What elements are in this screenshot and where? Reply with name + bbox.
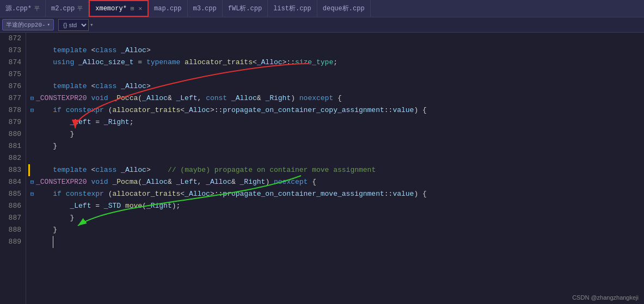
line-num-874: 874: [4, 57, 21, 69]
tab-m2-suffix: 平: [77, 5, 83, 13]
tab-xmemory[interactable]: xmemory* ⊞ ✕: [89, 0, 149, 17]
code-line-889: [28, 236, 644, 248]
scope-select-arrow: ▾: [90, 21, 94, 28]
code-line-888: }: [28, 224, 644, 236]
scope-button-label: 半途的cpp20-: [6, 21, 46, 29]
code-line-882: [28, 152, 644, 164]
watermark: CSDN @zhangzhangkeji: [572, 294, 639, 301]
line-num-888: 888: [4, 224, 21, 236]
line-num-878: 878: [4, 104, 21, 116]
line-num-881: 881: [4, 140, 21, 152]
line-num-877: 877: [4, 92, 21, 104]
fold-888: [28, 224, 36, 236]
fold-875: [28, 69, 36, 80]
line-numbers: 872 873 874 875 876 877 878 879 880 881 …: [0, 33, 26, 304]
code-content[interactable]: template <class _Alloc> using _Alloc_siz…: [26, 33, 644, 304]
fold-880: [28, 128, 36, 140]
fold-876: [28, 80, 36, 92]
line-num-889: 889: [4, 236, 21, 248]
code-line-872: [28, 33, 644, 45]
fold-872: [28, 33, 36, 45]
tab-list[interactable]: list析.cpp: [268, 0, 317, 17]
tab-fwl-label: fWL析.cpp: [228, 4, 262, 13]
tab-yuan[interactable]: 源.cpp* 平: [0, 0, 46, 17]
fold-885[interactable]: ⊟: [28, 188, 36, 200]
line-num-876: 876: [4, 80, 21, 92]
line-num-872: 872: [4, 33, 21, 45]
line-num-886: 886: [4, 200, 21, 212]
line-num-873: 873: [4, 45, 21, 57]
tab-yuan-suffix: 平: [34, 5, 40, 13]
tab-xmemory-pin[interactable]: ⊞: [131, 5, 134, 12]
fold-886: [28, 200, 36, 212]
tab-m2[interactable]: m2.cpp 平: [46, 0, 89, 17]
code-line-873: template <class _Alloc>: [28, 45, 644, 57]
tab-map-label: map.cpp: [154, 5, 181, 13]
toolbar-row: 半途的cpp20- ▾ {} std ▾: [0, 17, 644, 33]
fold-889: [28, 236, 36, 248]
line-num-880: 880: [4, 128, 21, 140]
fold-874: [28, 57, 36, 69]
tab-fwl[interactable]: fWL析.cpp: [223, 0, 268, 17]
fold-887: [28, 212, 36, 224]
fold-873: [28, 45, 36, 57]
code-line-884: ⊟_CONSTEXPR20 void _Pocma(_Alloc& _Left,…: [28, 176, 644, 188]
fold-884[interactable]: ⊟: [28, 176, 36, 188]
line-num-883: 883: [4, 164, 21, 176]
line-num-884: 884: [4, 176, 21, 188]
code-line-880: }: [28, 128, 644, 140]
code-line-887: }: [28, 212, 644, 224]
fold-878[interactable]: ⊟: [28, 104, 36, 116]
code-line-879: _Left = _Right;: [28, 116, 644, 128]
line-num-879: 879: [4, 116, 21, 128]
code-line-885: ⊟ if constexpr (allocator_traits<_Alloc>…: [28, 188, 644, 200]
tab-yuan-label: 源.cpp*: [5, 4, 32, 13]
tab-deque-label: deque析.cpp: [323, 4, 365, 13]
code-line-883: template <class _Alloc> // (maybe) propa…: [28, 164, 644, 176]
scope-select[interactable]: {} std: [58, 19, 89, 31]
fold-882: [28, 152, 36, 164]
line-num-882: 882: [4, 152, 21, 164]
code-line-876: template <class _Alloc>: [28, 80, 644, 92]
code-line-875: [28, 69, 644, 80]
fold-881: [28, 140, 36, 152]
tab-m3-label: m3.cpp: [193, 5, 217, 13]
scope-button[interactable]: 半途的cpp20- ▾: [2, 19, 54, 30]
tab-bar: 源.cpp* 平 m2.cpp 平 xmemory* ⊞ ✕ map.cpp m…: [0, 0, 644, 17]
tab-m2-label: m2.cpp: [51, 5, 75, 13]
tab-deque[interactable]: deque析.cpp: [317, 0, 371, 17]
code-line-877: ⊟_CONSTEXPR20 void _Pocca(_Alloc& _Left,…: [28, 92, 644, 104]
tab-m3[interactable]: m3.cpp: [188, 0, 223, 17]
code-line-886: _Left = _STD move(_Right);: [28, 200, 644, 212]
tab-xmemory-label: xmemory*: [95, 5, 127, 13]
scope-dropdown-icon: ▾: [47, 22, 50, 28]
line-num-875: 875: [4, 69, 21, 80]
line-num-885: 885: [4, 188, 21, 200]
fold-879: [28, 116, 36, 128]
tab-map[interactable]: map.cpp: [149, 0, 187, 17]
fold-877[interactable]: ⊟: [28, 92, 36, 104]
code-line-881: }: [28, 140, 644, 152]
tab-list-label: list析.cpp: [273, 4, 311, 13]
code-line-878: ⊟ if constexpr (allocator_traits<_Alloc>…: [28, 104, 644, 116]
code-area: 872 873 874 875 876 877 878 879 880 881 …: [0, 33, 644, 304]
line-num-887: 887: [4, 212, 21, 224]
tab-xmemory-close[interactable]: ✕: [138, 5, 142, 12]
yellow-indicator-883: [28, 164, 30, 176]
code-line-874: using _Alloc_size_t = typename allocator…: [28, 57, 644, 69]
